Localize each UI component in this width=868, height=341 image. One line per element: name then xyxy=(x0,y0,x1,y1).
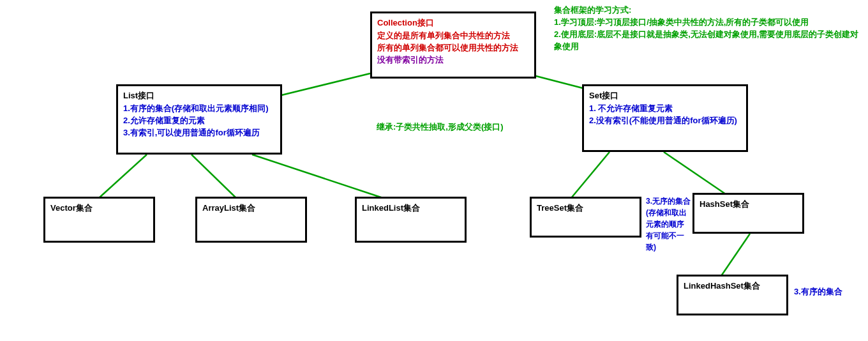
treeset-title: TreeSet集合 xyxy=(537,202,634,214)
list-l2: 2.允许存储重复的元素 xyxy=(123,115,275,126)
svg-line-3 xyxy=(191,155,236,198)
treeset-box: TreeSet集合 xyxy=(530,197,641,238)
linkedhashset-note: 3.有序的集合 xyxy=(794,286,842,298)
tips-line3: 2.使用底层:底层不是接口就是抽象类,无法创建对象使用,需要使用底层的子类创建对… xyxy=(554,29,860,52)
svg-line-2 xyxy=(99,155,147,198)
linkedlist-box: LinkedList集合 xyxy=(355,197,467,243)
svg-line-4 xyxy=(252,155,383,198)
inherit-label: 继承:子类共性抽取,形成父类(接口) xyxy=(377,121,504,133)
set-l2: 2.没有索引(不能使用普通的for循环遍历) xyxy=(589,115,741,126)
list-title: List接口 xyxy=(123,90,275,102)
collection-l2: 所有的单列集合都可以使用共性的方法 xyxy=(377,42,529,54)
collection-title: Collection接口 xyxy=(377,17,529,29)
list-l1: 1.有序的集合(存储和取出元素顺序相同) xyxy=(123,103,275,114)
arraylist-box: ArrayList集合 xyxy=(195,197,307,243)
hashset-note: 3.无序的集合(存储和取出元素的顺序有可能不一致) xyxy=(646,195,691,253)
collection-l3: 没有带索引的方法 xyxy=(377,54,529,66)
set-l1: 1. 不允许存储重复元素 xyxy=(589,103,741,114)
vector-box: Vector集合 xyxy=(43,197,155,243)
collection-l1: 定义的是所有单列集合中共性的方法 xyxy=(377,30,529,42)
linkedhashset-box: LinkedHashSet集合 xyxy=(677,275,788,315)
arraylist-title: ArrayList集合 xyxy=(202,202,300,214)
vector-title: Vector集合 xyxy=(50,202,148,214)
tips-line1: 集合框架的学习方式: xyxy=(554,4,860,16)
linkedlist-title: LinkedList集合 xyxy=(362,202,460,214)
tips-line2: 1.学习顶层:学习顶层接口/抽象类中共性的方法,所有的子类都可以使用 xyxy=(554,17,860,28)
linkedhashset-title: LinkedHashSet集合 xyxy=(684,280,781,292)
study-tips: 集合框架的学习方式: 1.学习顶层:学习顶层接口/抽象类中共性的方法,所有的子类… xyxy=(554,4,860,53)
set-box: Set接口 1. 不允许存储重复元素 2.没有索引(不能使用普通的for循环遍历… xyxy=(582,84,748,152)
collection-box: Collection接口 定义的是所有单列集合中共性的方法 所有的单列集合都可以… xyxy=(370,11,536,79)
list-box: List接口 1.有序的集合(存储和取出元素顺序相同) 2.允许存储重复的元素 … xyxy=(116,84,282,155)
set-title: Set接口 xyxy=(589,90,741,102)
hashset-title: HashSet集合 xyxy=(700,199,797,210)
svg-line-0 xyxy=(279,73,370,96)
svg-line-5 xyxy=(571,152,610,198)
svg-line-7 xyxy=(721,234,750,276)
diagram-canvas: 集合框架的学习方式: 1.学习顶层:学习顶层接口/抽象类中共性的方法,所有的子类… xyxy=(0,0,868,341)
list-l3: 3.有索引,可以使用普通的for循环遍历 xyxy=(123,127,275,139)
hashset-box: HashSet集合 xyxy=(692,193,804,234)
svg-line-6 xyxy=(664,152,728,195)
